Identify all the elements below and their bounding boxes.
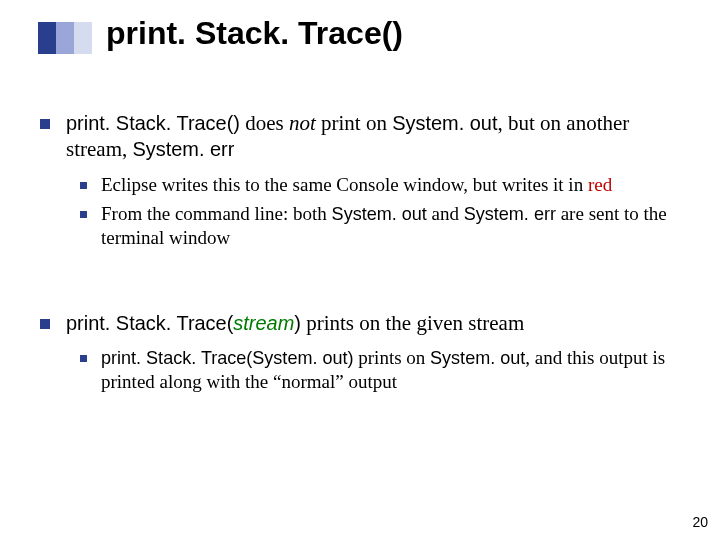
italic-not: not bbox=[289, 111, 316, 135]
bullet-icon bbox=[80, 211, 87, 218]
red-text: red bbox=[588, 174, 612, 195]
text-span: print on bbox=[316, 111, 392, 135]
code-system-out: System. out bbox=[430, 348, 525, 368]
code-span: print. Stack. Trace() bbox=[66, 112, 240, 134]
sub-bullet-1a: Eclipse writes this to the same Console … bbox=[80, 173, 680, 197]
text-span: prints on bbox=[354, 347, 431, 368]
bullet-icon bbox=[80, 355, 87, 362]
code-example: print. Stack. Trace(System. out) bbox=[101, 348, 354, 368]
page-number: 20 bbox=[692, 514, 708, 530]
body-block-2: print. Stack. Trace(stream) prints on th… bbox=[40, 310, 680, 400]
bullet-icon bbox=[40, 119, 50, 129]
bullet-icon bbox=[40, 319, 50, 329]
text-span: Eclipse writes this to the same Console … bbox=[101, 174, 588, 195]
text-span: From the command line: both bbox=[101, 203, 332, 224]
sub-bullet-1b: From the command line: both System. out … bbox=[80, 202, 680, 250]
accent-bar bbox=[38, 22, 92, 54]
code-span: ) bbox=[294, 312, 301, 334]
code-system-out: System. out bbox=[332, 204, 427, 224]
code-system-err: System. err bbox=[132, 138, 234, 160]
param-stream: stream bbox=[233, 312, 294, 334]
bullet-2: print. Stack. Trace(stream) prints on th… bbox=[40, 310, 680, 336]
code-system-err: System. err bbox=[464, 204, 556, 224]
sub-bullet-2a: print. Stack. Trace(System. out) prints … bbox=[80, 346, 680, 394]
bullet-1: print. Stack. Trace() does not print on … bbox=[40, 110, 680, 163]
bullet-icon bbox=[80, 182, 87, 189]
code-span: print. Stack. Trace( bbox=[66, 312, 233, 334]
body-block-1: print. Stack. Trace() does not print on … bbox=[40, 110, 680, 256]
text-span: prints on the given stream bbox=[301, 311, 524, 335]
slide-title: print. Stack. Trace() bbox=[106, 15, 403, 52]
text-span: does bbox=[240, 111, 289, 135]
text-span: and bbox=[427, 203, 464, 224]
code-system-out: System. out bbox=[392, 112, 497, 134]
